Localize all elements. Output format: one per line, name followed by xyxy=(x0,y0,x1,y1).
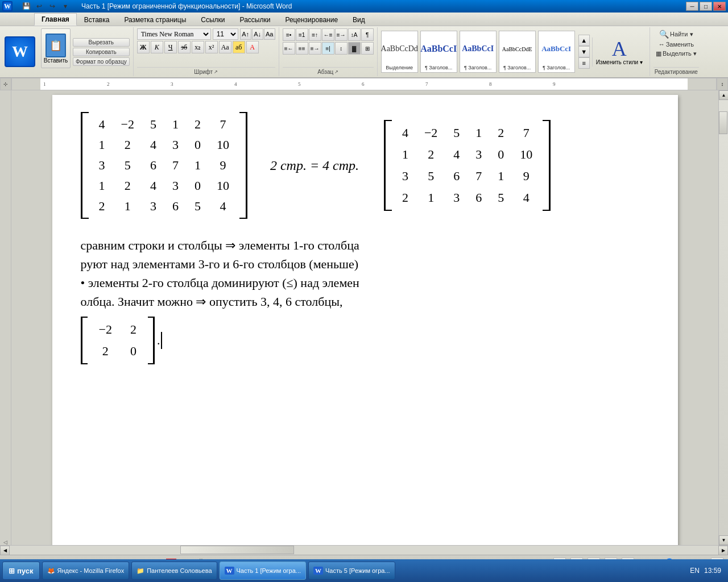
paste-label: Вставить xyxy=(44,57,68,64)
bracket-right-2 xyxy=(543,120,551,211)
scroll-right-btn[interactable]: ▶ xyxy=(718,546,728,555)
body-paragraph-1: сравним строки и столбцы ⇒ элементы 1-го… xyxy=(81,236,650,255)
line-spacing-btn[interactable]: ↕ xyxy=(335,42,348,55)
maximize-btn[interactable]: □ xyxy=(700,2,712,11)
styles-up-btn[interactable]: ▲ xyxy=(578,35,590,46)
style-item-h4[interactable]: AaBbCcI ¶ Заголов... xyxy=(538,31,575,73)
decrease-indent-btn[interactable]: ←≡ xyxy=(322,28,334,41)
font-group: Times New Roman 11 A↑ A↓ Aa Ж К Ч зб x₂ … xyxy=(134,27,279,76)
font-group-expand[interactable]: ↗ xyxy=(214,69,218,74)
italic-btn[interactable]: К xyxy=(151,41,163,53)
bullets-btn[interactable]: ≡• xyxy=(283,28,295,41)
change-styles-btn[interactable]: A Изменить стили ▾ xyxy=(592,38,646,66)
ribbon-content: W 📋 Вставить Вырезать Копировать Формат … xyxy=(0,26,728,77)
font-color-btn[interactable]: А xyxy=(246,41,259,53)
taskbar-time: 13:59 xyxy=(704,567,721,575)
numbering-btn[interactable]: ≡1 xyxy=(296,28,308,41)
style-item-h2[interactable]: AaBbCcI ¶ Заголов... xyxy=(460,31,497,73)
tab-insert[interactable]: Вставка xyxy=(77,13,117,26)
bracket-right-1 xyxy=(239,112,247,219)
styles-down-btn[interactable]: ▼ xyxy=(578,46,590,57)
copy-button[interactable]: Копировать xyxy=(73,48,130,56)
tab-view[interactable]: Вид xyxy=(345,13,373,26)
taskbar-item-firefox[interactable]: 🦊 Яндекс - Mozilla Firefox xyxy=(42,562,130,580)
font-name-selector[interactable]: Times New Roman xyxy=(137,28,211,40)
highlight-btn[interactable]: аб xyxy=(233,41,245,53)
style-item-h3[interactable]: AaBbCcDdE ¶ Заголов... xyxy=(499,31,536,73)
scroll-down-btn[interactable]: ▼ xyxy=(719,535,728,545)
matrix1-table: 4 −2 5 1 2 7 1 2 4 3 0 xyxy=(91,114,237,217)
find-btn[interactable]: 🔍 Найти ▾ xyxy=(657,28,695,40)
align-left-btn[interactable]: ≡← xyxy=(283,42,295,55)
h-scroll-thumb[interactable] xyxy=(180,546,294,554)
font-size-selector[interactable]: 11 xyxy=(213,28,238,40)
decrease-font-btn[interactable]: A↓ xyxy=(252,28,263,40)
tab-review[interactable]: Рецензирование xyxy=(278,13,345,26)
taskbar-item-word5[interactable]: W Часть 5 [Режим огра... xyxy=(308,562,395,580)
format-painter-button[interactable]: Формат по образцу xyxy=(73,57,130,66)
tab-page-layout[interactable]: Разметка страницы xyxy=(117,13,193,26)
taskbar-item-folder[interactable]: 📁 Пантелеев Соловьева xyxy=(131,562,217,580)
tab-mailings[interactable]: Рассылки xyxy=(233,13,278,26)
justify-btn[interactable]: ≡| xyxy=(322,42,334,55)
office-button[interactable]: W xyxy=(5,36,35,67)
clear-format-btn[interactable]: Aa xyxy=(264,28,275,40)
clipboard-small-buttons: Вырезать Копировать Формат по образцу xyxy=(73,28,130,75)
scroll-thumb[interactable] xyxy=(719,111,727,134)
redo-qa-btn[interactable]: ↪ xyxy=(47,1,58,12)
table-row: 4 −2 5 1 2 7 xyxy=(394,122,540,144)
increase-font-btn[interactable]: A↑ xyxy=(240,28,251,40)
close-btn[interactable]: ✕ xyxy=(713,2,726,11)
ruler-toggle-btn[interactable]: ⊹ xyxy=(0,78,11,90)
underline-btn[interactable]: Ч xyxy=(164,41,177,53)
scroll-left-btn[interactable]: ◀ xyxy=(0,546,10,555)
align-center-btn[interactable]: ≡≡ xyxy=(296,42,308,55)
style-item-normal[interactable]: AaBbCcDd Выделение xyxy=(381,31,418,73)
tab-home[interactable]: Главная xyxy=(34,13,77,26)
ruler-margin-left xyxy=(12,78,40,90)
scroll-track[interactable] xyxy=(719,100,728,535)
case-btn[interactable]: Аа xyxy=(219,41,231,53)
select-btn[interactable]: ▦ Выделить ▾ xyxy=(653,49,699,59)
strikethrough-btn[interactable]: зб xyxy=(178,41,191,53)
ruler-num-1: 1 xyxy=(43,81,46,87)
increase-indent-btn[interactable]: ≡→ xyxy=(335,28,348,41)
show-marks-btn[interactable]: ¶ xyxy=(361,28,374,41)
title-text: Часть 1 [Режим ограниченной функциональн… xyxy=(81,2,292,10)
para-group-expand[interactable]: ↗ xyxy=(334,69,338,74)
table-row: 1 2 4 3 0 10 xyxy=(394,144,540,165)
taskbar-item-word1[interactable]: W Часть 1 [Режим огра... xyxy=(220,562,307,580)
window-controls: ─ □ ✕ xyxy=(686,2,726,11)
multilevel-btn[interactable]: ≡↑ xyxy=(309,28,321,41)
shading-btn[interactable]: ▓ xyxy=(348,42,361,55)
h-scroll-track[interactable] xyxy=(10,546,718,555)
folder-icon: 📁 xyxy=(136,567,144,575)
minimize-btn[interactable]: ─ xyxy=(686,2,698,11)
styles-more-btn[interactable]: ≡ xyxy=(578,57,590,69)
table-row: 3 5 6 7 1 9 xyxy=(91,155,237,176)
align-right-btn[interactable]: ≡→ xyxy=(309,42,321,55)
paste-button[interactable]: 📋 Вставить xyxy=(41,28,71,68)
undo-qa-btn[interactable]: ↩ xyxy=(34,1,45,12)
tab-references[interactable]: Ссылки xyxy=(193,13,232,26)
replace-btn[interactable]: ↔ Заменить xyxy=(656,40,696,49)
dropdown-qa-btn[interactable]: ▾ xyxy=(60,1,71,12)
page: 4 −2 5 1 2 7 1 2 4 3 0 xyxy=(52,95,678,545)
subscript-btn[interactable]: x₂ xyxy=(192,41,204,53)
title-bar-left: W 💾 ↩ ↪ ▾ Часть 1 [Режим ограниченной фу… xyxy=(2,0,292,13)
style-item-h1[interactable]: AaBbCcI ¶ Заголов... xyxy=(420,31,457,73)
cut-button[interactable]: Вырезать xyxy=(73,38,130,47)
save-qa-btn[interactable]: 💾 xyxy=(20,1,32,12)
superscript-btn[interactable]: x² xyxy=(205,41,218,53)
sort-btn[interactable]: ↕A xyxy=(348,28,361,41)
ruler-num-3: 3 xyxy=(171,81,173,87)
borders-btn[interactable]: ⊞ xyxy=(361,42,374,55)
math-row-1: 4 −2 5 1 2 7 1 2 4 3 0 xyxy=(81,112,650,219)
ruler-right-btn[interactable]: ↕ xyxy=(717,78,728,90)
bracket-left-2 xyxy=(384,120,392,211)
style-preview-h2: AaBbCcI xyxy=(462,33,494,65)
bold-btn[interactable]: Ж xyxy=(137,41,150,53)
scroll-up-btn[interactable]: ▲ xyxy=(719,90,728,100)
start-button[interactable]: ⊞ пуск xyxy=(2,562,40,580)
find-icon: 🔍 xyxy=(659,30,669,39)
